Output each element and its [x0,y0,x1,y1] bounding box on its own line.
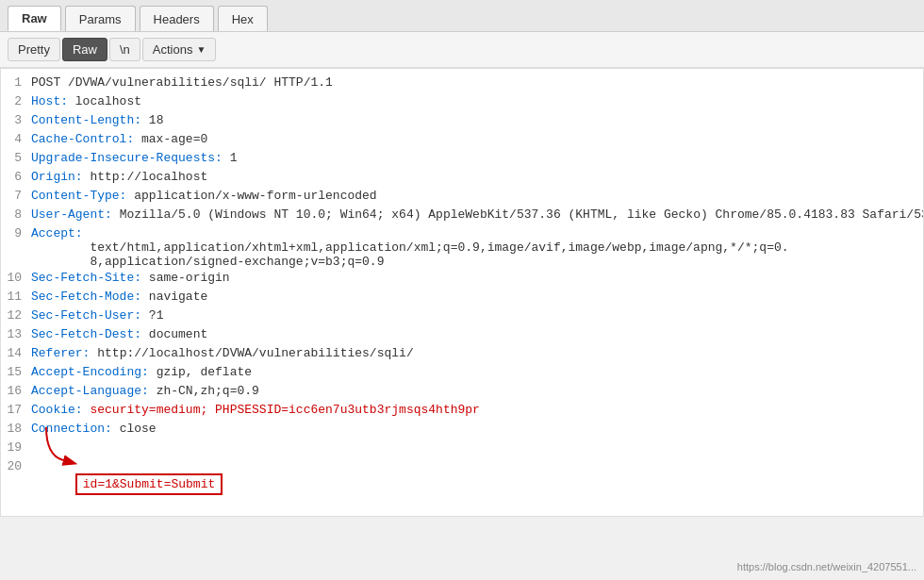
line-number: 14 [1,346,31,360]
raw-button[interactable]: Raw [62,38,107,61]
table-row: 16 Accept-Language: zh-CN,zh;q=0.9 [1,383,923,402]
line-content: id=1&Submit=Submit [31,459,923,509]
line-content: Accept: text/html,application/xhtml+xml,… [31,226,923,269]
table-row: 3 Content-Length: 18 [1,112,923,131]
line-number: 16 [1,384,31,398]
line-content: Sec-Fetch-User: ?1 [31,308,923,323]
table-row: 14 Referer: http://localhost/DVWA/vulner… [1,345,923,364]
line-number: 11 [1,290,31,304]
line-number: 4 [1,132,31,146]
top-tab-bar: Raw Params Headers Hex [0,0,924,32]
line-number: 20 [1,459,31,473]
line-content: Sec-Fetch-Mode: navigate [31,290,923,304]
line-number: 1 [1,75,31,90]
tab-hex[interactable]: Hex [218,6,268,31]
table-row: 8 User-Agent: Mozilla/5.0 (Windows NT 10… [1,207,923,225]
line-number: 2 [1,94,31,108]
actions-button[interactable]: Actions ▼ [142,38,217,61]
table-row: 4 Cache-Control: max-age=0 [1,131,923,150]
post-body-value: id=1&Submit=Submit [75,473,223,495]
table-row: 1 POST /DVWA/vulnerabilities/sqli/ HTTP/… [1,75,923,93]
line-content: Accept-Language: zh-CN,zh;q=0.9 [31,384,923,398]
line-content: POST /DVWA/vulnerabilities/sqli/ HTTP/1.… [31,75,923,90]
table-row: 7 Content-Type: application/x-www-form-u… [1,188,923,207]
line-number: 6 [1,170,31,184]
line-content: Cookie: security=medium; PHPSESSID=icc6e… [31,403,923,417]
pretty-button[interactable]: Pretty [8,38,60,61]
line-number: 19 [1,440,31,455]
code-area: 1 POST /DVWA/vulnerabilities/sqli/ HTTP/… [0,68,924,517]
line-content: User-Agent: Mozilla/5.0 (Windows NT 10.0… [31,207,924,222]
table-row: 12 Sec-Fetch-User: ?1 [1,307,923,326]
table-row: 2 Host: localhost [1,93,923,112]
line-content: Origin: http://localhost [31,170,923,184]
line-number: 8 [1,207,31,222]
line-content: Accept-Encoding: gzip, deflate [31,365,923,379]
line-number: 15 [1,365,31,379]
table-row: 9 Accept: text/html,application/xhtml+xm… [1,225,923,270]
line-content: Content-Length: 18 [31,113,923,127]
line-content: Content-Type: application/x-www-form-url… [31,189,923,203]
table-row: 5 Upgrade-Insecure-Requests: 1 [1,150,923,169]
sub-toolbar: Pretty Raw \n Actions ▼ [0,32,924,68]
line-content: Sec-Fetch-Dest: document [31,327,923,341]
line-number: 5 [1,151,31,165]
table-row: 15 Accept-Encoding: gzip, deflate [1,364,923,383]
table-row: 13 Sec-Fetch-Dest: document [1,326,923,345]
table-row: 10 Sec-Fetch-Site: same-origin [1,270,923,289]
tab-raw[interactable]: Raw [8,6,61,31]
line-number: 17 [1,403,31,417]
line-number: 7 [1,189,31,203]
actions-label: Actions [153,42,193,57]
line-number: 13 [1,327,31,341]
line-content: Cache-Control: max-age=0 [31,132,923,146]
table-row: 20 id=1&Submit=Submit [1,458,923,510]
line-number: 10 [1,271,31,285]
table-row: 17 Cookie: security=medium; PHPSESSID=ic… [1,402,923,421]
table-row: 19 [1,439,923,458]
line-content: Upgrade-Insecure-Requests: 1 [31,151,923,165]
table-row: 18 Connection: close [1,421,923,439]
table-row: 6 Origin: http://localhost [1,169,923,188]
line-number: 9 [1,226,31,240]
chevron-down-icon: ▼ [196,44,206,55]
table-row: 11 Sec-Fetch-Mode: navigate [1,289,923,307]
line-number: 3 [1,113,31,127]
tab-headers[interactable]: Headers [140,6,214,31]
line-content: Host: localhost [31,94,923,108]
line-number: 12 [1,308,31,323]
line-content: Referer: http://localhost/DVWA/vulnerabi… [31,346,923,360]
line-content: Connection: close [31,422,923,436]
ln-button[interactable]: \n [109,38,140,61]
tab-params[interactable]: Params [65,6,136,31]
line-content: Sec-Fetch-Site: same-origin [31,271,923,285]
line-number: 18 [1,422,31,436]
